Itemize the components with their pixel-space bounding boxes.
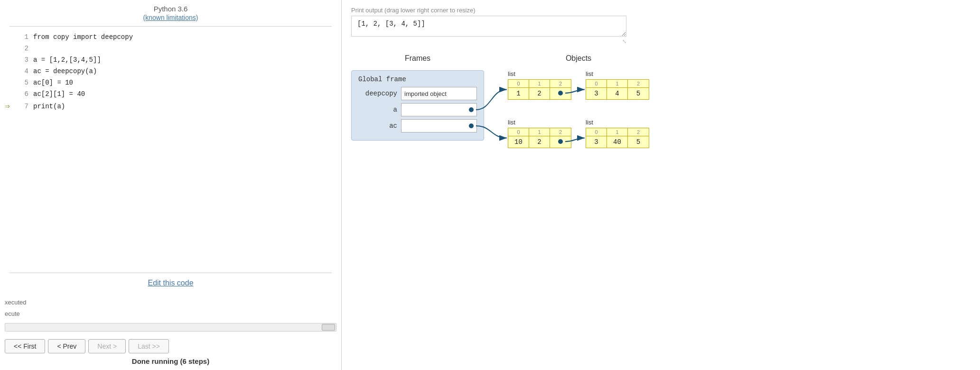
frame-row-deepcopy: deepcopy imported object (358, 87, 477, 100)
list-ac2-idx-0: 0 (586, 128, 607, 136)
list-a-val-2 (554, 88, 567, 99)
list-ac-val-0: 10 (511, 136, 526, 148)
code-line-5: 5 ac[0] = 10 (5, 77, 336, 88)
code-area: 1 from copy import deepcopy 2 3 a = [1,2… (0, 27, 341, 273)
list-a2-idx-0: 0 (586, 80, 607, 88)
var-deepcopy-text: imported object (404, 90, 447, 97)
line-num-2: 2 (14, 43, 28, 54)
line-code-4: ac = deepcopy(a) (33, 66, 97, 76)
list-a-val-1: 2 (533, 88, 545, 99)
line-num-5: 5 (14, 77, 28, 88)
code-line-4: 4 ac = deepcopy(a) (5, 66, 336, 77)
line-code-3: a = [1,2,[3,4,5]] (33, 55, 101, 65)
var-ac-name: ac (389, 122, 397, 130)
list-a-idx-0: 0 (508, 80, 529, 88)
list-a2-idx-1: 1 (607, 80, 627, 88)
list-a-dot-2 (558, 91, 563, 95)
list-a-idx-2: 2 (550, 80, 571, 88)
first-button[interactable]: << First (5, 339, 45, 353)
var-ac-value (401, 119, 477, 133)
list-ac2-cell-1: 1 40 (607, 128, 628, 148)
list-a-label: list (508, 70, 515, 77)
frame-row-a: a (358, 103, 477, 116)
code-line-7: ⇒ 7 print(a) (5, 100, 336, 114)
list-a-cell-1: 1 2 (529, 80, 550, 99)
list-a-cell-0: 0 1 (508, 80, 529, 99)
list-a2-cell-1: 1 4 (607, 80, 628, 99)
var-a-value (401, 103, 477, 116)
list-a2-val-0: 3 (590, 88, 602, 99)
code-line-1: 1 from copy import deepcopy (5, 31, 336, 43)
slider-track[interactable] (5, 323, 336, 332)
frames-title: Frames (405, 54, 430, 63)
line-num-3: 3 (14, 55, 28, 65)
list-a2-val-1: 4 (611, 88, 623, 99)
var-deepcopy-name: deepcopy (365, 90, 397, 97)
code-line-6: 6 ac[2][1] = 40 (5, 88, 336, 100)
list-ac2-idx-2: 2 (628, 128, 649, 136)
frames-objects-section: Frames Global frame deepcopy imported ob… (351, 54, 971, 148)
done-text: Done running (6 steps) (0, 357, 341, 365)
frame-row-ac: ac (358, 119, 477, 133)
list-ac-val-1: 2 (533, 136, 545, 148)
line-arrow-7: ⇒ (5, 100, 14, 114)
list-a2-idx-2: 2 (628, 80, 649, 88)
list-ac-cell-0: 0 10 (508, 128, 529, 148)
objects-column: Objects list 0 1 1 2 (508, 54, 649, 148)
bottom-list-group: list 0 10 1 2 2 (508, 119, 649, 148)
list-ac-cell-1: 1 2 (529, 128, 550, 148)
var-ac-dot (469, 123, 474, 128)
list-ac2-cell-0: 0 3 (586, 128, 607, 148)
edit-this-code-link[interactable]: Edit this code (148, 279, 193, 287)
list-ac2-label: list (586, 119, 593, 126)
prev-button[interactable]: < Prev (48, 339, 85, 353)
list-ac2-cells: 0 3 1 40 2 5 (586, 128, 649, 148)
list-ac-dot-2 (558, 139, 563, 144)
ecute-label: ecute (5, 308, 341, 319)
nav-buttons: << First < Prev Next > Last >> (0, 339, 341, 353)
objects-title: Objects (508, 54, 649, 63)
list-a2-val-2: 5 (633, 88, 644, 99)
list-a2-cell-2: 2 5 (628, 80, 649, 99)
list-ac-idx-0: 0 (508, 128, 529, 136)
right-panel: Print output (drag lower right corner to… (342, 0, 980, 370)
list-ac-val-2 (554, 136, 567, 148)
list-ac2-idx-1: 1 (607, 128, 627, 136)
executed-text: xecuted ecute (0, 297, 341, 319)
line-code-1: from copy import deepcopy (33, 32, 133, 42)
list-a2-cells: 0 3 1 4 2 5 (586, 79, 649, 100)
list-ac2-val-2: 5 (633, 136, 644, 148)
list-a2-box: list 0 3 1 4 2 5 (586, 70, 649, 100)
list-ac2-cell-2: 2 5 (628, 128, 649, 148)
slider-area[interactable] (0, 323, 341, 332)
known-limitations-link-area: (known limitations) (0, 14, 341, 21)
last-button[interactable]: Last >> (129, 339, 169, 353)
list-a2-cell-0: 0 3 (586, 80, 607, 99)
list-ac2-val-0: 3 (590, 136, 602, 148)
executed-label: xecuted (5, 297, 341, 308)
line-num-6: 6 (14, 89, 28, 99)
list-ac-idx-2: 2 (550, 128, 571, 136)
slider-thumb[interactable] (322, 324, 335, 331)
code-line-2: 2 (5, 43, 336, 54)
list-ac2-box: list 0 3 1 40 2 5 (586, 119, 649, 148)
list-ac-cells: 0 10 1 2 2 (508, 128, 571, 148)
line-num-7: 7 (14, 101, 28, 112)
next-button[interactable]: Next > (88, 339, 126, 353)
global-frame-title: Global frame (358, 76, 477, 83)
known-limitations-link[interactable]: (known limitations) (143, 14, 198, 21)
list-a2-label: list (586, 70, 593, 77)
list-ac-label: list (508, 119, 515, 126)
var-a-name: a (393, 106, 397, 114)
line-num-1: 1 (14, 32, 28, 42)
print-output-label: Print output (drag lower right corner to… (351, 7, 971, 14)
line-code-6: ac[2][1] = 40 (33, 89, 85, 99)
list-a-val-0: 1 (513, 88, 524, 99)
print-output-box: [1, 2, [3, 4, 5]] (351, 16, 626, 37)
list-ac2-val-1: 40 (609, 136, 625, 148)
list-a-idx-1: 1 (529, 80, 550, 88)
frames-column: Frames Global frame deepcopy imported ob… (351, 54, 484, 148)
list-a-cell-2: 2 (550, 80, 571, 99)
list-ac-cell-2: 2 (550, 128, 571, 148)
line-code-5: ac[0] = 10 (33, 77, 73, 88)
